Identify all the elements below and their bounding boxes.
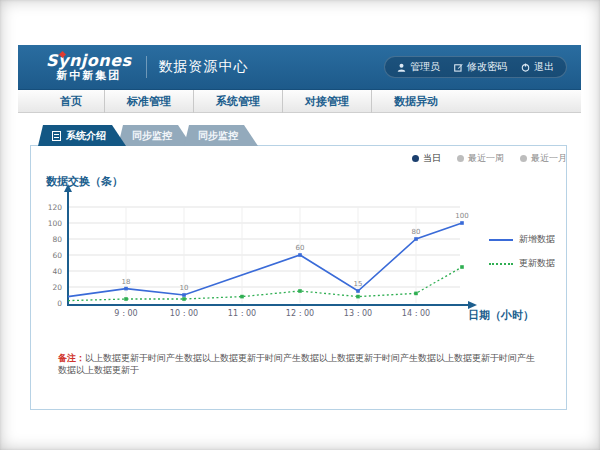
chart-legend: 新增数据 更新数据 <box>489 233 555 270</box>
y-axis-label: 数据交换（条） <box>46 174 123 189</box>
line-chart: 0204060801001209：0010：0011：0012：0013：001… <box>0 0 600 450</box>
document-icon <box>52 131 61 141</box>
legend-line-dotted-icon <box>489 263 513 265</box>
range-option-last-week-label: 最近一周 <box>468 152 504 165</box>
tab-bar: 系统介绍 同步监控 同步监控 <box>38 125 250 146</box>
svg-text:60: 60 <box>52 251 62 260</box>
svg-text:100: 100 <box>48 219 63 228</box>
legend-entry-new-data: 新增数据 <box>489 233 555 246</box>
tab-sync-monitor-2[interactable]: 同步监控 <box>184 125 258 146</box>
svg-text:60: 60 <box>296 244 305 252</box>
svg-text:10: 10 <box>180 284 189 292</box>
range-option-today-label: 当日 <box>423 152 441 165</box>
legend-entry-new-data-label: 新增数据 <box>519 233 555 246</box>
footnote-prefix: 备注： <box>58 353 85 363</box>
range-option-last-month-label: 最近一月 <box>531 152 567 165</box>
legend-entry-update-data: 更新数据 <box>489 257 555 270</box>
svg-text:18: 18 <box>122 278 131 286</box>
range-option-today[interactable]: 当日 <box>412 152 441 165</box>
x-axis-label: 日期（小时） <box>468 308 534 323</box>
svg-text:20: 20 <box>52 283 62 292</box>
legend-line-solid-icon <box>489 239 513 241</box>
radio-selected-icon <box>412 155 419 162</box>
footnote: 备注：以上数据更新于时间产生数据以上数据更新于时间产生数据以上数据更新于时间产生… <box>58 352 540 376</box>
footnote-text: 以上数据更新于时间产生数据以上数据更新于时间产生数据以上数据更新于时间产生数据以… <box>58 353 535 375</box>
svg-text:9：00: 9：00 <box>114 309 137 318</box>
tab-system-intro[interactable]: 系统介绍 <box>38 125 126 146</box>
tab-sync-monitor-1-label: 同步监控 <box>132 129 172 143</box>
radio-unselected-icon <box>520 155 527 162</box>
svg-text:80: 80 <box>52 235 62 244</box>
svg-text:100: 100 <box>455 212 468 220</box>
svg-text:10：00: 10：00 <box>170 309 198 318</box>
svg-text:80: 80 <box>412 228 421 236</box>
svg-text:11：00: 11：00 <box>228 309 256 318</box>
tab-sync-monitor-1[interactable]: 同步监控 <box>118 125 192 146</box>
range-filter-group: 当日 最近一周 最近一月 <box>412 152 567 165</box>
radio-unselected-icon <box>457 155 464 162</box>
range-option-last-week[interactable]: 最近一周 <box>457 152 504 165</box>
svg-text:13：00: 13：00 <box>344 309 372 318</box>
svg-text:120: 120 <box>48 203 63 212</box>
legend-entry-update-data-label: 更新数据 <box>519 257 555 270</box>
svg-text:15: 15 <box>354 280 363 288</box>
svg-text:14：00: 14：00 <box>402 309 430 318</box>
svg-text:40: 40 <box>52 267 62 276</box>
range-option-last-month[interactable]: 最近一月 <box>520 152 567 165</box>
tab-system-intro-label: 系统介绍 <box>66 129 106 143</box>
svg-text:0: 0 <box>57 299 62 308</box>
tab-sync-monitor-2-label: 同步监控 <box>198 129 238 143</box>
svg-text:12：00: 12：00 <box>286 309 314 318</box>
